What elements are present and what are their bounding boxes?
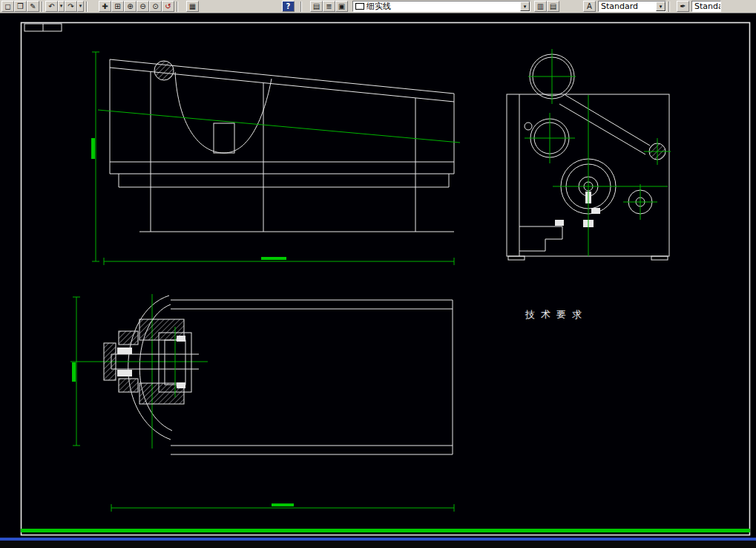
toolbar-separator [300, 1, 302, 12]
toolbar-separator [86, 1, 88, 12]
sheet-border [21, 23, 750, 535]
linetype-combo[interactable]: 细实线 ▾ [352, 1, 530, 12]
edit-icon[interactable]: ✎ [27, 1, 39, 12]
layers-icon[interactable]: ≣ [323, 1, 335, 12]
layer-manager-icon[interactable]: ▥ [534, 1, 547, 12]
pan-icon[interactable]: ✚ [99, 1, 111, 12]
color-swatch-icon[interactable]: ▣ [335, 1, 348, 12]
table-icon[interactable]: ▦ [186, 1, 199, 12]
dim-style-combo-value: Standard [694, 1, 721, 11]
linetype-combo-value: 细实线 [367, 1, 391, 12]
help-icon[interactable]: ? [282, 1, 295, 12]
toolbar-separator [42, 1, 43, 12]
redo-icon[interactable]: ↷ [65, 1, 77, 12]
open-icon[interactable]: ❒ [14, 1, 27, 12]
text-style-combo[interactable]: Standard ▾ [598, 1, 666, 12]
linetype-sample-icon [355, 3, 364, 10]
render-icon[interactable]: ▤ [310, 1, 323, 12]
dim-style-icon[interactable]: ✒ [677, 1, 689, 12]
engineering-drawing [0, 13, 756, 538]
zoom-realtime-icon[interactable]: ⊙ [149, 1, 162, 12]
dim-style-combo[interactable]: Standard [691, 1, 721, 12]
properties-icon[interactable]: ▤ [547, 1, 559, 12]
redo-options-icon[interactable]: ▾ [77, 1, 84, 12]
toolbar-separator [177, 1, 178, 12]
zoom-window-icon[interactable]: ⊞ [111, 1, 124, 12]
undo-icon[interactable]: ↶ [45, 1, 58, 12]
side-elevation-view [91, 52, 460, 265]
new-icon[interactable]: ◻ [1, 1, 14, 12]
toolbar-separator [668, 1, 670, 12]
section-view [70, 294, 454, 512]
chevron-down-icon[interactable]: ▾ [656, 1, 665, 11]
zoom-out-icon[interactable]: ⊖ [137, 1, 149, 12]
text-style-icon[interactable]: A [583, 1, 596, 12]
toolbar: ◻ ❒ ✎ ↶ ▾ ↷ ▾ ✚ ⊞ ⊕ ⊖ ⊙ ↺ ▦ ? ▤ ≣ ▣ 细实线 … [0, 0, 756, 13]
command-line-strip[interactable] [0, 541, 756, 548]
undo-options-icon[interactable]: ▾ [58, 1, 65, 12]
text-style-combo-value: Standard [601, 1, 638, 11]
zoom-in-icon[interactable]: ⊕ [124, 1, 137, 12]
zoom-previous-icon[interactable]: ↺ [162, 1, 174, 12]
end-view [507, 49, 671, 260]
drawing-canvas[interactable]: 技术要求 [0, 13, 756, 538]
chevron-down-icon[interactable]: ▾ [520, 1, 530, 11]
